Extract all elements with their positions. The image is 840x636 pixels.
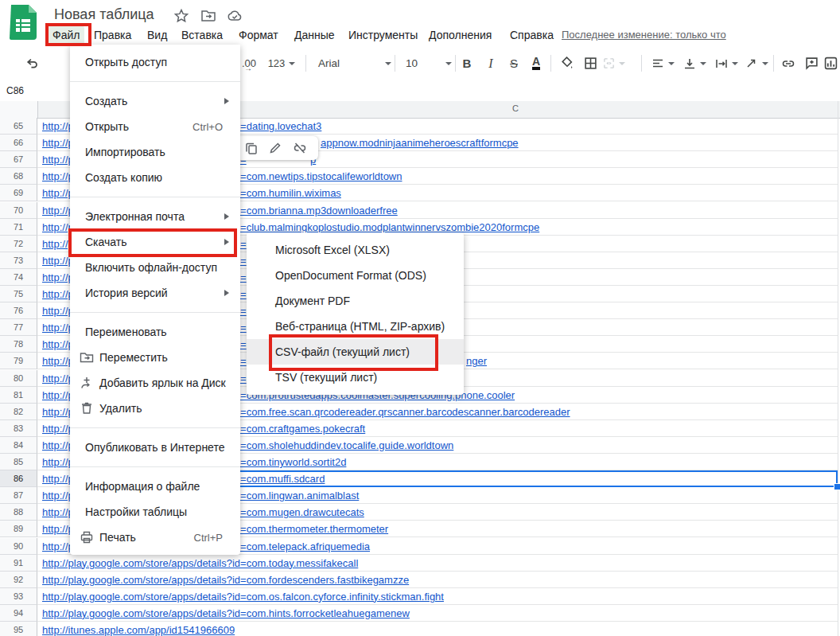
link-icon[interactable] [776, 45, 800, 82]
star-icon[interactable] [173, 8, 189, 24]
select-all-corner[interactable] [0, 101, 38, 118]
row-header-76[interactable]: 76 [0, 302, 37, 319]
text-rotate-button[interactable] [741, 45, 772, 82]
name-box[interactable]: C86 [6, 85, 24, 96]
row-header-65[interactable]: 65 [0, 118, 37, 135]
url-link[interactable]: http://play.google.com/store/apps/detail… [42, 555, 358, 572]
column-header-c[interactable]: C [193, 103, 838, 113]
file-menu-item-опубликовать[interactable]: Опубликовать в Интернете [70, 435, 240, 460]
row-header-72[interactable]: 72 [0, 236, 37, 252]
url-link[interactable]: http://play.google.com/store/apps/detail… [42, 605, 410, 622]
menubar-item-8[interactable]: Дополнения [424, 25, 496, 45]
file-menu-item-настройки[interactable]: Настройки таблицы [70, 499, 240, 525]
row-header-74[interactable]: 74 [0, 269, 37, 286]
file-menu-item-переименовать[interactable]: Переименовать [70, 319, 240, 345]
row-header-87[interactable]: 87 [0, 487, 37, 504]
row-header-94[interactable]: 94 [0, 605, 37, 622]
row-header-93[interactable]: 93 [0, 588, 37, 605]
file-menu-item-создать[interactable]: Создать копию [70, 165, 240, 190]
bold-button[interactable]: B [455, 45, 479, 82]
menubar-item-9[interactable]: Справка [505, 25, 558, 45]
menubar-item-3[interactable]: Вид [142, 25, 172, 45]
row-header-67[interactable]: 67 [0, 151, 37, 168]
file-menu-item-открыть[interactable]: ОткрытьCtrl+O [70, 114, 240, 139]
row-header-88[interactable]: 88 [0, 504, 37, 521]
row-header-84[interactable]: 84 [0, 437, 37, 454]
undo-button[interactable] [21, 45, 43, 82]
sheets-logo-icon[interactable] [10, 5, 37, 40]
file-menu-item-включить[interactable]: Включить офлайн-доступ [70, 255, 240, 280]
row-header-83[interactable]: 83 [0, 420, 37, 437]
move-folder-icon[interactable] [200, 8, 216, 24]
row-header-78[interactable]: 78 [0, 336, 37, 353]
row-header-66[interactable]: 66 [0, 135, 37, 151]
row-header-79[interactable]: 79 [0, 353, 37, 369]
download-option-2[interactable]: OpenDocument Format (ODS) [247, 263, 464, 288]
v-align-button[interactable] [679, 45, 710, 82]
document-title[interactable]: Новая таблица [54, 6, 154, 23]
menubar-item-5[interactable]: Формат [234, 25, 283, 45]
file-menu-item-история[interactable]: История версий [70, 280, 240, 306]
cloud-status-icon[interactable] [227, 8, 243, 24]
row-header-81[interactable]: 81 [0, 387, 37, 404]
row-header-86[interactable]: 86 [0, 470, 37, 487]
file-menu-item-импортировать[interactable]: Импортировать [70, 139, 240, 165]
file-menu-item-электронная[interactable]: Электронная почта [70, 204, 240, 229]
row-header-85[interactable]: 85 [0, 454, 37, 470]
fill-handle[interactable] [834, 483, 840, 490]
url-link[interactable]: appnow.modninjaanimeheroescraftformcpe [321, 135, 519, 151]
chart-icon[interactable] [821, 45, 840, 82]
file-menu-item-удалить[interactable]: Удалить [70, 396, 240, 421]
url-link[interactable]: http://itunes.apple.com/app/id1541966609 [42, 622, 235, 636]
download-option-3[interactable]: Документ PDF [247, 288, 464, 314]
row-header-91[interactable]: 91 [0, 555, 37, 572]
italic-button[interactable]: I [479, 45, 503, 82]
file-menu-item-печать[interactable]: ПечатьCtrl+P [70, 525, 240, 550]
text-color-button[interactable]: A [525, 45, 547, 82]
file-menu-item-информация[interactable]: Информация о файле [70, 474, 240, 499]
menubar-item-7[interactable]: Инструменты [344, 25, 422, 45]
url-link[interactable]: http://play.google.com/store/apps/detail… [42, 572, 409, 588]
row-header-89[interactable]: 89 [0, 521, 37, 537]
row-header-69[interactable]: 69 [0, 185, 37, 201]
row-header-73[interactable]: 73 [0, 252, 37, 269]
font-family-select[interactable]: Arial [315, 45, 395, 82]
row-header-70[interactable]: 70 [0, 202, 37, 219]
row-header-82[interactable]: 82 [0, 404, 37, 420]
row-header-95[interactable]: 95 [0, 622, 37, 636]
fill-color-button[interactable] [555, 45, 578, 82]
row-header-80[interactable]: 80 [0, 370, 37, 387]
file-menu-item-создать[interactable]: Создать [70, 88, 240, 114]
menu-item-label: Переместить [99, 351, 168, 364]
file-menu-item-добавить[interactable]: Добавить ярлык на Диск [70, 370, 240, 396]
merge-cells-icon[interactable] [603, 45, 625, 82]
menubar-item-6[interactable]: Данные [290, 25, 340, 45]
copy-icon[interactable] [245, 142, 258, 154]
row-header-92[interactable]: 92 [0, 572, 37, 588]
edit-icon[interactable] [269, 142, 282, 154]
last-edit-link[interactable]: Последнее изменение: только что [562, 29, 726, 41]
decrease-decimal-button[interactable]: .00→ [237, 45, 261, 82]
file-menu-item-переместить[interactable]: Переместить [70, 345, 240, 370]
h-align-button[interactable] [648, 45, 678, 82]
row-header-68[interactable]: 68 [0, 168, 37, 185]
row-header-71[interactable]: 71 [0, 219, 37, 236]
borders-icon[interactable] [579, 45, 601, 82]
row-header-75[interactable]: 75 [0, 286, 37, 302]
menubar-item-4[interactable]: Вставка [177, 25, 228, 45]
strikethrough-button[interactable]: S [503, 45, 525, 82]
row-header-77[interactable]: 77 [0, 319, 37, 336]
url-link[interactable]: http://play.google.com/store/apps/detail… [42, 588, 444, 605]
font-size-select[interactable]: 10 [401, 45, 457, 82]
number-format-button[interactable]: 123 [264, 45, 299, 82]
download-option-1[interactable]: Microsoft Excel (XLSX) [247, 237, 464, 263]
row-header-90[interactable]: 90 [0, 538, 37, 555]
unlink-icon[interactable] [293, 141, 307, 155]
file-menu: Открыть доступСоздатьОткрытьCtrl+OИмпорт… [70, 45, 240, 555]
comment-icon[interactable] [800, 45, 822, 82]
url-link[interactable]: nger [466, 353, 487, 369]
menubar-item-2[interactable]: Правка [89, 25, 136, 45]
text-wrap-button[interactable] [711, 45, 741, 82]
menu-item-label: OpenDocument Format (ODS) [275, 269, 426, 282]
file-menu-item-открыть[interactable]: Открыть доступ [70, 49, 240, 75]
